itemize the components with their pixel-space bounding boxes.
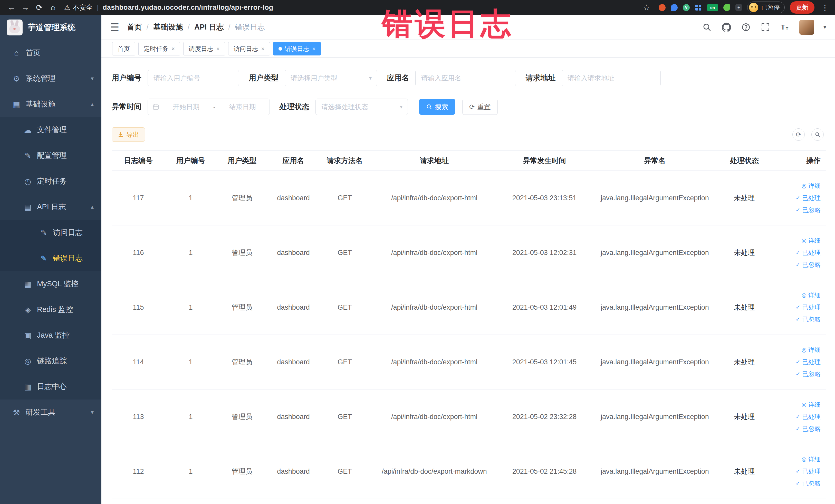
tab-home[interactable]: 首页 (112, 42, 135, 56)
mark-processed-link[interactable]: ✓已处理 (796, 358, 821, 366)
detail-link[interactable]: ◎详细 (802, 182, 821, 190)
vue-devtools-icon[interactable]: V (683, 4, 690, 11)
search-icon[interactable] (702, 22, 712, 32)
cell-actions: ◎详细 ✓已处理 ✓已忽略 (770, 401, 824, 433)
breadcrumb-infrastructure[interactable]: 基础设施 (153, 22, 183, 32)
user-avatar[interactable] (799, 20, 814, 35)
tab-access-log[interactable]: 访问日志 × (228, 42, 270, 56)
detail-link[interactable]: ◎详细 (802, 237, 821, 245)
address-bar-url[interactable]: dashboard.yudao.iocoder.cn/infra/log/api… (103, 4, 273, 12)
avatar-caret-icon[interactable]: ▾ (823, 24, 826, 31)
github-icon[interactable] (721, 22, 732, 32)
breadcrumb-home[interactable]: 首页 (127, 22, 142, 32)
process-status-select[interactable]: ▾ (315, 99, 408, 115)
reset-button[interactable]: ⟳ 重置 (462, 99, 498, 115)
app-name-input[interactable] (415, 74, 516, 82)
breadcrumb-api-log[interactable]: API 日志 (194, 22, 224, 32)
cell-actions: ◎详细 ✓已处理 ✓已忽略 (770, 182, 824, 214)
bookmark-star-icon[interactable]: ☆ (640, 3, 653, 12)
extension-icon-drop[interactable] (671, 4, 678, 11)
sidebar-item-mysql-monitor[interactable]: ▦ MySQL 监控 (0, 271, 101, 297)
user-type-select-input[interactable] (285, 74, 377, 82)
extensions-pin-icon[interactable]: ✦ (735, 4, 742, 11)
security-chip[interactable]: ⚠ 不安全 (64, 3, 93, 12)
detail-link[interactable]: ◎详细 (802, 291, 821, 299)
mark-ignored-link[interactable]: ✓已忽略 (796, 261, 821, 269)
request-url-input[interactable] (562, 74, 660, 82)
cell-method: GET (319, 413, 370, 421)
reload-icon[interactable]: ⟳ (32, 3, 46, 12)
eye-icon: ◎ (802, 401, 807, 408)
mark-processed-link[interactable]: ✓已处理 (796, 412, 821, 421)
sidebar-item-dev-tools[interactable]: ⚒ 研发工具 ▾ (0, 400, 101, 425)
profile-paused-badge[interactable]: 已暂停 (747, 2, 785, 13)
toggle-search-button[interactable] (811, 128, 824, 141)
cell-actions: ◎详细 ✓已处理 ✓已忽略 (770, 237, 824, 269)
browser-menu-icon[interactable]: ⋮ (820, 3, 830, 12)
end-date-input[interactable] (216, 103, 269, 111)
ignored-label: 已忽略 (802, 315, 821, 323)
cell-exception: java.lang.IllegalArgumentException (591, 303, 719, 311)
sidebar-item-config-mgmt[interactable]: ✎ 配置管理 (0, 143, 101, 168)
help-icon[interactable] (741, 22, 751, 32)
mark-ignored-link[interactable]: ✓已忽略 (796, 315, 821, 323)
mark-processed-link[interactable]: ✓已处理 (796, 248, 821, 257)
extension-on-badge[interactable]: on (707, 4, 718, 11)
process-status-select-input[interactable] (316, 103, 408, 111)
process-status-label: 处理状态 (280, 102, 309, 112)
search-button[interactable]: 搜索 (419, 99, 455, 115)
detail-link[interactable]: ◎详细 (802, 346, 821, 354)
sidebar-item-infrastructure[interactable]: ▦ 基础设施 ▴ (0, 92, 101, 117)
chrome-update-button[interactable]: 更新 (790, 1, 814, 14)
sidebar-item-error-log[interactable]: ✎ 错误日志 (0, 245, 101, 271)
extension-icon-red[interactable] (659, 4, 666, 11)
start-date-input[interactable] (159, 103, 213, 111)
browser-home-icon[interactable]: ⌂ (46, 3, 60, 12)
tab-error-log[interactable]: 错误日志 × (273, 42, 321, 56)
extension-icon-leaf[interactable] (724, 4, 730, 11)
column-header: 用户类型 (217, 156, 268, 166)
sidebar-item-redis-monitor[interactable]: ◈ Redis 监控 (0, 297, 101, 322)
cell-time: 2021-05-03 12:02:31 (498, 249, 591, 257)
check-icon: ✓ (796, 249, 800, 256)
url-separator: | (97, 4, 99, 12)
tab-schedule-log[interactable]: 调度日志 × (183, 42, 225, 56)
sidebar-item-scheduled-jobs[interactable]: ◷ 定时任务 (0, 168, 101, 194)
export-button[interactable]: 导出 (111, 127, 145, 142)
mark-processed-link[interactable]: ✓已处理 (796, 194, 821, 202)
detail-link[interactable]: ◎详细 (802, 401, 821, 409)
tab-scheduled-jobs[interactable]: 定时任务 × (138, 42, 180, 56)
font-size-icon[interactable]: TT (780, 22, 790, 32)
sidebar-item-system-mgmt[interactable]: ⚙ 系统管理 ▾ (0, 66, 101, 92)
sidebar-item-file-mgmt[interactable]: ☁ 文件管理 (0, 117, 101, 143)
mark-ignored-link[interactable]: ✓已忽略 (796, 425, 821, 433)
extension-icon-grid[interactable] (695, 4, 702, 11)
user-type-select[interactable]: ▾ (285, 70, 377, 86)
back-icon[interactable]: ← (5, 3, 19, 12)
close-icon[interactable]: × (171, 45, 175, 52)
mark-processed-link[interactable]: ✓已处理 (796, 303, 821, 311)
sidebar-item-java-monitor[interactable]: ▣ Java 监控 (0, 322, 101, 348)
date-range-picker[interactable]: - (148, 99, 270, 115)
detail-link[interactable]: ◎详细 (802, 455, 821, 463)
status-badge: 未处理 (719, 248, 770, 257)
sidebar-item-log-center[interactable]: ▥ 日志中心 (0, 374, 101, 400)
close-icon[interactable]: × (312, 45, 316, 52)
sidebar-item-api-log[interactable]: ▤ API 日志 ▴ (0, 194, 101, 220)
mark-ignored-link[interactable]: ✓已忽略 (796, 479, 821, 488)
sidebar-item-home[interactable]: ⌂ 首页 (0, 40, 101, 66)
sidebar-item-link-trace[interactable]: ◎ 链路追踪 (0, 348, 101, 374)
user-id-input[interactable] (148, 74, 239, 82)
mark-ignored-link[interactable]: ✓已忽略 (796, 370, 821, 378)
forward-icon[interactable]: → (19, 3, 32, 12)
cell-user-type: 管理员 (217, 467, 268, 476)
mark-ignored-link[interactable]: ✓已忽略 (796, 206, 821, 214)
hamburger-icon[interactable]: ☰ (110, 22, 119, 32)
refresh-button[interactable]: ⟳ (792, 128, 805, 141)
mark-processed-link[interactable]: ✓已处理 (796, 467, 821, 476)
close-icon[interactable]: × (217, 45, 220, 52)
sidebar-item-access-log[interactable]: ✎ 访问日志 (0, 220, 101, 245)
fullscreen-icon[interactable] (760, 22, 771, 32)
close-icon[interactable]: × (261, 45, 265, 52)
app-logo-row[interactable]: 芋道管理系统 (0, 15, 101, 40)
